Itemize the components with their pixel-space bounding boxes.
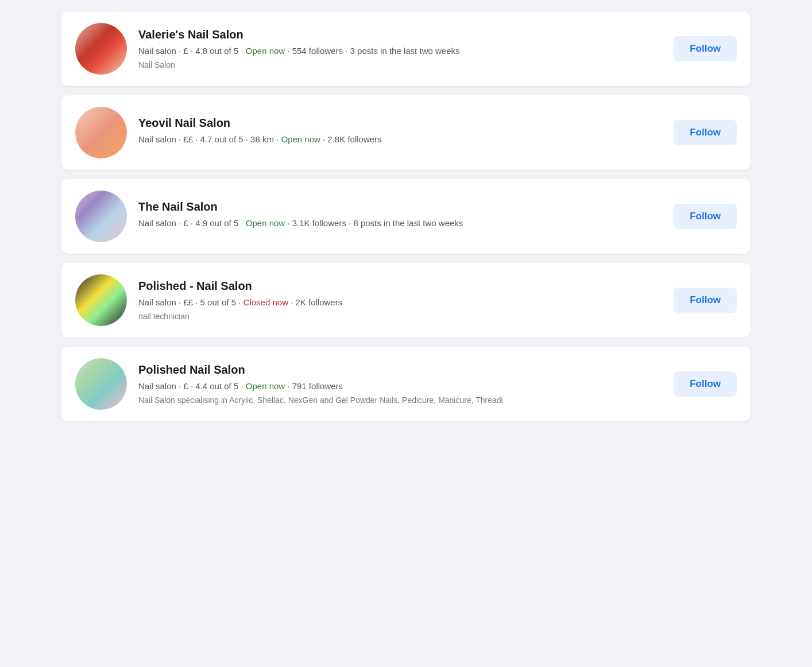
- business-meta: Nail salon · ££ · 4.7 out of 5 · 38 km ·…: [138, 133, 662, 146]
- card-content: Polished - Nail SalonNail salon · ££ · 5…: [138, 280, 662, 321]
- follow-button[interactable]: Follow: [674, 36, 737, 61]
- avatar: [75, 358, 127, 410]
- business-title: Polished - Nail Salon: [138, 280, 662, 293]
- avatar: [75, 107, 127, 158]
- business-status: Open now: [246, 46, 285, 56]
- business-status: Open now: [246, 218, 285, 228]
- list-item: Valerie's Nail SalonNail salon · £ · 4.8…: [61, 11, 751, 86]
- business-meta: Nail salon · £ · 4.8 out of 5 · Open now…: [138, 45, 662, 58]
- business-title: Polished Nail Salon: [138, 363, 662, 377]
- card-content: The Nail SalonNail salon · £ · 4.9 out o…: [138, 200, 662, 232]
- card-content: Polished Nail SalonNail salon · £ · 4.4 …: [138, 363, 662, 405]
- follow-button[interactable]: Follow: [674, 288, 737, 313]
- business-meta: Nail salon · £ · 4.9 out of 5 · Open now…: [138, 217, 662, 230]
- list-item: Yeovil Nail SalonNail salon · ££ · 4.7 o…: [61, 95, 751, 170]
- follow-button[interactable]: Follow: [674, 120, 737, 145]
- business-title: Valerie's Nail Salon: [138, 28, 662, 41]
- business-status: Open now: [281, 134, 320, 144]
- business-subtitle: nail technician: [138, 312, 662, 321]
- business-subtitle: Nail Salon: [138, 60, 662, 69]
- business-meta: Nail salon · £ · 4.4 out of 5 · Open now…: [138, 380, 662, 393]
- business-status: Open now: [246, 381, 285, 391]
- business-title: Yeovil Nail Salon: [138, 117, 662, 130]
- card-content: Valerie's Nail SalonNail salon · £ · 4.8…: [138, 28, 662, 69]
- follow-button[interactable]: Follow: [674, 204, 737, 229]
- list-item: Polished - Nail SalonNail salon · ££ · 5…: [61, 263, 751, 338]
- business-meta: Nail salon · ££ · 5 out of 5 · Closed no…: [138, 296, 662, 309]
- business-subtitle: Nail Salon specialising in Acrylic, Shel…: [138, 395, 662, 405]
- follow-button[interactable]: Follow: [674, 371, 737, 397]
- listings-container: Valerie's Nail SalonNail salon · £ · 4.8…: [61, 11, 751, 421]
- avatar: [75, 191, 127, 242]
- card-content: Yeovil Nail SalonNail salon · ££ · 4.7 o…: [138, 117, 662, 149]
- avatar: [75, 23, 127, 75]
- list-item: The Nail SalonNail salon · £ · 4.9 out o…: [61, 179, 751, 254]
- business-status: Closed now: [243, 297, 288, 307]
- business-title: The Nail Salon: [138, 200, 662, 214]
- list-item: Polished Nail SalonNail salon · £ · 4.4 …: [61, 347, 751, 421]
- avatar: [75, 274, 127, 326]
